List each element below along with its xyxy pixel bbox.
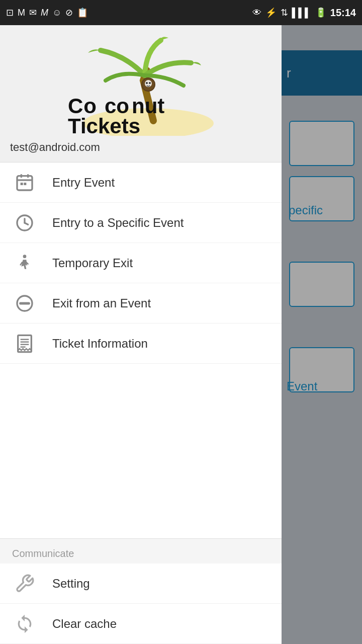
walk-icon [12,251,37,276]
drawer-header: Co co nut Tickets test@android.com [0,25,282,163]
communicate-items: Setting Clear cache [0,564,282,644]
status-bar: ⊡ M ✉ M ☺ ⊘ 📋 👁 ⚡ ⇅ ▌▌▌ 🔋 15:14 [0,0,362,25]
menu-label-setting: Setting [52,577,90,591]
logo-image: Co co nut Tickets [60,35,221,136]
clipboard-icon: 📋 [77,7,88,18]
gmail2-icon: M [41,8,48,18]
receipt-icon [12,331,37,356]
menu-label-entry-specific: Entry to a Specific Event [52,216,184,230]
svg-point-4 [146,82,148,84]
menu-label-temporary-exit: Temporary Exit [52,256,133,270]
svg-text:Tickets: Tickets [68,114,140,136]
menu-label-exit-event: Exit from an Event [52,296,151,310]
eye-icon: 👁 [252,8,261,18]
shield-icon: ⊘ [65,7,73,18]
svg-line-18 [25,223,28,224]
menu-label-ticket-info: Ticket Information [52,337,148,351]
menu-item-entry-event[interactable]: Entry Event [0,163,282,203]
calendar-icon [12,170,37,195]
menu-item-clear-cache[interactable]: Clear cache [0,604,282,644]
network-icon: ⇅ [281,7,288,18]
navigation-drawer: Co co nut Tickets test@android.com [0,25,282,644]
no-entry-icon [12,291,37,316]
communicate-section: Communicate Setting Clear cache [0,538,282,644]
drawer-menu: Entry Event Entry to a Specific Event [0,163,282,538]
smiley-icon: ☺ [52,8,61,18]
status-time: 15:14 [330,7,356,19]
gmail-icon: M [18,8,25,18]
image-icon: ⊡ [6,7,14,18]
svg-rect-15 [24,183,26,185]
battery-icon: 🔋 [315,7,326,18]
menu-label-clear-cache: Clear cache [52,617,117,631]
svg-rect-14 [21,183,23,185]
refresh-icon [12,611,37,636]
signal-icon: ▌▌▌ [292,8,311,18]
bluetooth-icon: ⚡ [265,7,277,18]
menu-item-ticket-info[interactable]: Ticket Information [0,324,282,364]
status-icons-left: ⊡ M ✉ M ☺ ⊘ 📋 [6,7,88,18]
communicate-header: Communicate [0,539,282,564]
clock-icon [12,210,37,235]
wrench-icon [12,571,37,596]
menu-label-entry-event: Entry Event [52,176,115,190]
logo-area: Co co nut Tickets [10,35,272,136]
menu-item-entry-specific[interactable]: Entry to a Specific Event [0,203,282,243]
menu-item-setting[interactable]: Setting [0,564,282,604]
mail-icon: ✉ [29,7,37,18]
svg-point-19 [23,255,27,258]
svg-point-5 [149,82,151,84]
menu-item-temporary-exit[interactable]: Temporary Exit [0,243,282,283]
status-icons-right: 👁 ⚡ ⇅ ▌▌▌ 🔋 15:14 [252,7,356,19]
menu-item-exit-event[interactable]: Exit from an Event [0,283,282,324]
user-email: test@android.com [10,141,272,154]
drawer-shadow [282,25,362,644]
